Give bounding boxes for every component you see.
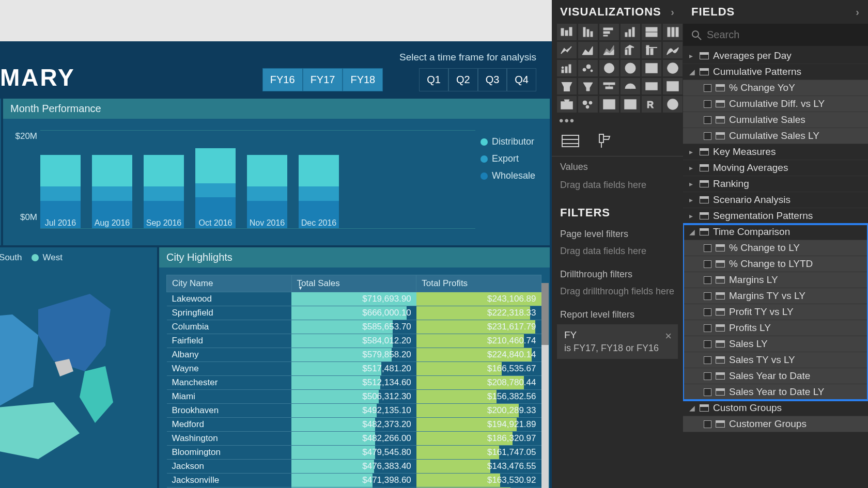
values-drop-zone[interactable]: Drag data fields here bbox=[552, 175, 683, 199]
viz-type-icon[interactable] bbox=[557, 42, 577, 58]
viz-type-icon[interactable] bbox=[599, 78, 619, 95]
field-node[interactable]: Cumulative Sales bbox=[683, 112, 868, 128]
collapse-viz-icon[interactable]: › bbox=[671, 6, 675, 18]
city-highlights-card[interactable]: City Highlights City Name Total Sales To… bbox=[159, 247, 550, 488]
table-row[interactable]: Bloomington$479,545.80$161,747.05 bbox=[167, 446, 541, 460]
field-node[interactable]: Customer Groups bbox=[683, 416, 868, 432]
month-performance-card[interactable]: Month Performance $20M $0M Jul 2016Aug 2… bbox=[3, 99, 550, 245]
fy-slicer-button[interactable]: FY18 bbox=[343, 68, 383, 91]
quarter-slicer-button[interactable]: Q2 bbox=[448, 68, 478, 91]
bar-column[interactable] bbox=[144, 155, 184, 229]
search-input[interactable] bbox=[707, 29, 860, 41]
table-node[interactable]: ▸Moving Averages bbox=[683, 160, 868, 176]
table-row[interactable]: Miami$506,312.30$156,382.56 bbox=[167, 390, 541, 404]
page-filters-drop-zone[interactable]: Drag data fields here bbox=[552, 241, 683, 265]
table-row[interactable]: Fairfield$584,012.20$210,460.74 bbox=[167, 334, 541, 348]
viz-type-icon[interactable] bbox=[557, 96, 577, 113]
field-node[interactable]: % Change to LYTD bbox=[683, 256, 868, 272]
field-checkbox[interactable] bbox=[704, 372, 711, 380]
viz-type-icon[interactable] bbox=[578, 96, 598, 113]
viz-type-icon[interactable] bbox=[578, 42, 598, 58]
quarter-slicer-button[interactable]: Q1 bbox=[419, 68, 448, 91]
collapse-fields-icon[interactable]: › bbox=[856, 6, 860, 18]
field-node[interactable]: Sales Year to Date bbox=[683, 368, 868, 384]
field-checkbox[interactable] bbox=[704, 116, 711, 124]
viz-type-icon[interactable] bbox=[663, 60, 683, 76]
table-row[interactable]: Columbia$585,653.70$231,617.79 bbox=[167, 320, 541, 334]
fields-search[interactable] bbox=[683, 24, 868, 46]
field-node[interactable]: Sales LY bbox=[683, 336, 868, 352]
table-node[interactable]: ▸Ranking bbox=[683, 176, 868, 192]
col-total-profits[interactable]: Total Profits bbox=[416, 275, 541, 292]
field-checkbox[interactable] bbox=[704, 260, 711, 268]
viz-type-icon[interactable] bbox=[599, 96, 619, 113]
col-total-sales[interactable]: Total Sales bbox=[291, 275, 416, 292]
field-node[interactable]: % Change to LY bbox=[683, 240, 868, 256]
profits-card[interactable]: PROFITS $55.9M bbox=[0, 99, 1, 245]
table-node[interactable]: ◢Custom Groups bbox=[683, 400, 868, 416]
field-checkbox[interactable] bbox=[704, 84, 711, 92]
viz-type-icon[interactable] bbox=[642, 60, 661, 76]
viz-type-icon[interactable] bbox=[578, 60, 598, 76]
bar-column[interactable] bbox=[299, 155, 339, 229]
remove-filter-icon[interactable]: × bbox=[665, 329, 672, 343]
viz-type-icon[interactable] bbox=[642, 42, 661, 58]
table-row[interactable]: Jackson$476,383.40$143,476.55 bbox=[167, 460, 541, 474]
map-legend-item[interactable]: West bbox=[32, 253, 63, 263]
legend-item[interactable]: Wholesale bbox=[481, 170, 535, 181]
report-filter-card[interactable]: FY is FY17, FY18 or FY16 × bbox=[557, 324, 678, 359]
fields-tab-icon[interactable] bbox=[561, 133, 580, 149]
table-node[interactable]: ▸Averages per Day bbox=[683, 48, 868, 64]
table-row[interactable]: Albany$579,858.20$224,840.14 bbox=[167, 348, 541, 362]
viz-type-icon[interactable] bbox=[621, 78, 640, 95]
bar-column[interactable] bbox=[40, 155, 81, 229]
viz-type-icon[interactable] bbox=[557, 24, 577, 40]
table-row[interactable]: Wayne$517,481.20$166,535.67 bbox=[167, 362, 541, 376]
viz-type-icon[interactable] bbox=[578, 78, 598, 95]
table-node[interactable]: ◢Time Comparison bbox=[683, 224, 868, 240]
table-node[interactable]: ▸Segmentation Patterns bbox=[683, 208, 868, 224]
table-row[interactable]: Jacksonville$471,398.60$163,530.92 bbox=[167, 474, 541, 487]
viz-type-icon[interactable] bbox=[621, 96, 640, 113]
viz-type-icon[interactable] bbox=[621, 42, 640, 58]
field-node[interactable]: Sales Year to Date LY bbox=[683, 384, 868, 400]
field-node[interactable]: Margins LY bbox=[683, 272, 868, 288]
map-legend-item[interactable]: South bbox=[0, 253, 22, 263]
viz-type-icon[interactable] bbox=[663, 42, 683, 58]
table-row[interactable]: Medford$482,373.20$194,921.89 bbox=[167, 418, 541, 432]
viz-type-icon[interactable] bbox=[557, 60, 577, 76]
viz-type-icon[interactable] bbox=[621, 24, 640, 40]
us-map[interactable] bbox=[0, 268, 157, 464]
viz-type-icon[interactable] bbox=[557, 78, 577, 95]
viz-type-icon[interactable] bbox=[663, 78, 683, 95]
viz-type-icon[interactable] bbox=[663, 24, 683, 40]
field-checkbox[interactable] bbox=[704, 388, 711, 396]
report-canvas[interactable]: MARY Select a time frame for analysis FY… bbox=[0, 0, 552, 488]
legend-item[interactable]: Distributor bbox=[481, 136, 535, 147]
field-checkbox[interactable] bbox=[704, 324, 711, 332]
more-visuals-icon[interactable]: ••• bbox=[552, 113, 683, 129]
viz-type-icon[interactable] bbox=[642, 24, 661, 40]
drillthrough-drop-zone[interactable]: Drag drillthrough fields here bbox=[552, 281, 683, 305]
table-row[interactable]: Washington$482,266.00$186,320.97 bbox=[167, 432, 541, 446]
table-scrollbar[interactable] bbox=[541, 283, 549, 488]
table-row[interactable]: Lakewood$719,693.90$243,106.89 bbox=[167, 292, 541, 306]
field-checkbox[interactable] bbox=[704, 132, 711, 140]
viz-type-icon[interactable] bbox=[599, 24, 619, 40]
field-node[interactable]: Profits LY bbox=[683, 320, 868, 336]
viz-type-icon[interactable] bbox=[663, 96, 683, 113]
field-checkbox[interactable] bbox=[704, 356, 711, 364]
viz-type-icon[interactable] bbox=[578, 24, 598, 40]
region-map-card[interactable]: MidwestNortheastSouthWest bbox=[0, 247, 157, 488]
field-node[interactable]: Profit TY vs LY bbox=[683, 304, 868, 320]
table-node[interactable]: ▸Key Measures bbox=[683, 144, 868, 160]
field-checkbox[interactable] bbox=[704, 276, 711, 284]
city-table[interactable]: City Name Total Sales Total Profits Lake… bbox=[166, 275, 541, 488]
field-node[interactable]: Cumulative Sales LY bbox=[683, 128, 868, 144]
table-row[interactable]: Springfield$666,000.10$222,318.33 bbox=[167, 306, 541, 320]
bar-column[interactable] bbox=[92, 155, 132, 229]
viz-type-icon[interactable]: R bbox=[642, 96, 661, 113]
field-node[interactable]: Margins TY vs LY bbox=[683, 288, 868, 304]
field-checkbox[interactable] bbox=[704, 340, 711, 348]
quarter-slicer-button[interactable]: Q4 bbox=[507, 68, 536, 91]
